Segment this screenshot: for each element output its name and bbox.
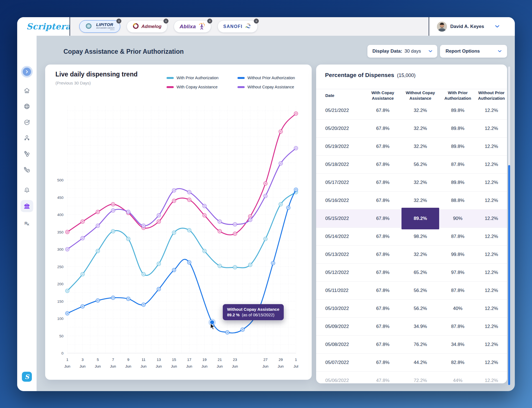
table-row[interactable]: 05/18/202267.8%56.2%87.8%12.2% bbox=[316, 156, 507, 174]
table-row[interactable]: 05/19/202267.8%32.2%89.8%12.2% bbox=[316, 138, 507, 156]
cell-value: 67.8% bbox=[365, 102, 401, 119]
expand-sidebar-button[interactable] bbox=[23, 68, 31, 76]
prescriptions-icon: R bbox=[23, 220, 30, 227]
cell-date: 05/21/2022 bbox=[316, 102, 365, 119]
cell-value: 47.8% bbox=[365, 372, 401, 383]
cell-date: 05/08/2022 bbox=[316, 336, 365, 353]
close-tab-icon[interactable]: × bbox=[116, 19, 121, 24]
table-row[interactable]: 05/21/202267.8%32.2%89.8%12.2% bbox=[316, 102, 507, 120]
cell-value: 12.2% bbox=[476, 300, 507, 317]
table-row[interactable]: 05/15/202267.8%89.2%90%12.2% bbox=[316, 210, 507, 228]
x-axis-tick: 11 bbox=[142, 358, 145, 362]
table-row[interactable]: 05/08/202267.8%76.2%34.8%12.2% bbox=[316, 336, 507, 354]
table-row[interactable]: 05/06/202247.8%72.2%44%12.2% bbox=[316, 372, 507, 383]
sidebar-item-prescriptions[interactable]: R bbox=[17, 217, 37, 229]
tab-brand: SANOFI bbox=[223, 24, 242, 29]
x-axis-tick: Jun bbox=[140, 364, 147, 368]
desktop-background: Scriptera LIPITORatorvastatin calciumtab… bbox=[0, 0, 532, 408]
cell-value: 67.8% bbox=[365, 228, 401, 245]
x-axis-tick: Jun bbox=[95, 364, 101, 368]
selected-cell[interactable]: 89.2% bbox=[401, 208, 439, 229]
cell-value: 40% bbox=[440, 300, 476, 317]
ablixa-logo-icon bbox=[198, 22, 205, 31]
table-row[interactable]: 05/14/202267.8%98.2%87.8%12.2% bbox=[316, 228, 507, 246]
cell-value: 32.2% bbox=[401, 174, 440, 191]
svg-text:R: R bbox=[24, 221, 27, 225]
table-row[interactable]: 05/12/202267.8%65.2%97.8%12.2% bbox=[316, 264, 507, 282]
world-icon bbox=[23, 103, 30, 110]
cell-value: 32.2% bbox=[401, 192, 440, 209]
sanofi-logo-icon bbox=[245, 22, 252, 31]
cell-value: 67.8% bbox=[365, 210, 401, 227]
cell-value: 12.2% bbox=[476, 282, 507, 299]
cell-value: 87.8% bbox=[440, 156, 476, 173]
sidebar-item-world[interactable] bbox=[17, 100, 37, 112]
cell-value: 32.2% bbox=[401, 246, 440, 263]
drug-tab-sanofi[interactable]: SANOFI× bbox=[218, 20, 258, 33]
cell-value: 67.8% bbox=[365, 354, 401, 371]
x-axis-tick: Jun bbox=[156, 364, 162, 368]
x-axis-tick: Jun bbox=[201, 364, 208, 368]
table-row[interactable]: 05/10/202267.8%56.2%40%12.2% bbox=[316, 300, 507, 318]
cell-value: 89.2% bbox=[401, 210, 440, 227]
table-row[interactable]: 05/13/202267.8%32.2%99.8%12.2% bbox=[316, 246, 507, 264]
app-window: Scriptera LIPITORatorvastatin calciumtab… bbox=[17, 17, 515, 391]
sidebar-item-expand[interactable] bbox=[17, 66, 37, 78]
report-options-dropdown[interactable]: Report Options bbox=[440, 45, 507, 58]
table-row[interactable]: 05/09/202267.8%34.9%87.8%12.2% bbox=[316, 318, 507, 336]
close-tab-icon[interactable]: × bbox=[254, 19, 259, 24]
chevron-down-icon bbox=[429, 50, 432, 52]
cell-date: 05/12/2022 bbox=[316, 264, 365, 281]
drug-tab-lipitor[interactable]: LIPITORatorvastatin calciumtablets× bbox=[79, 20, 120, 33]
cell-value: 67.8% bbox=[365, 318, 401, 335]
cell-date: 05/07/2022 bbox=[316, 354, 365, 371]
table-row[interactable]: 05/11/202267.8%56.2%87.8%12.2% bbox=[316, 282, 507, 300]
cell-date: 05/14/2022 bbox=[316, 228, 365, 245]
sidebar-divider bbox=[21, 211, 33, 211]
cell-date: 05/18/2022 bbox=[316, 156, 365, 173]
cell-value: 67.8% bbox=[365, 282, 401, 299]
table-row[interactable]: 05/20/202267.8%32.2%89.8%12.2% bbox=[316, 120, 507, 138]
cell-date: 05/06/2022 bbox=[316, 372, 365, 383]
table-body[interactable]: 05/21/202267.8%32.2%89.8%12.2%05/20/2022… bbox=[316, 102, 507, 383]
drug-tab-ablixa[interactable]: Ablixa× bbox=[174, 20, 211, 33]
lipitor-logo-icon bbox=[85, 23, 94, 30]
sidebar-item-refresh-24h[interactable]: 24h bbox=[17, 116, 37, 128]
table-scrollbar-thumb[interactable] bbox=[508, 165, 510, 385]
close-tab-icon[interactable]: × bbox=[207, 19, 212, 24]
cell-value: 12.2% bbox=[476, 228, 507, 245]
sidebar-item-alerts[interactable] bbox=[17, 184, 37, 196]
sidebar-item-medications[interactable] bbox=[17, 148, 37, 160]
user-menu[interactable]: David A. Keyes bbox=[429, 17, 515, 36]
sidebar-item-institutions[interactable] bbox=[17, 200, 37, 212]
y-axis-tick: 300 bbox=[57, 247, 63, 252]
x-axis-tick: Jun bbox=[110, 364, 116, 368]
top-bar: Scriptera LIPITORatorvastatin calciumtab… bbox=[17, 17, 515, 36]
table-row[interactable]: 05/07/202267.8%44.2%82.8%12.2% bbox=[316, 354, 507, 372]
sidebar-item-patients[interactable] bbox=[17, 132, 37, 144]
cell-value: 67.8% bbox=[365, 300, 401, 317]
close-tab-icon[interactable]: × bbox=[163, 19, 168, 24]
cell-value: 98.2% bbox=[401, 228, 440, 245]
cell-value: 67.8% bbox=[365, 336, 401, 353]
line-chart[interactable]: 0501001502002503003504004505001Jun3Jun5J… bbox=[45, 65, 312, 380]
sidebar-item-drug-block[interactable] bbox=[17, 163, 37, 176]
scriptera-logo: Scriptera bbox=[26, 22, 71, 31]
display-data-dropdown[interactable]: Display Data: 30 days bbox=[367, 45, 437, 58]
x-axis-tick: Jun bbox=[278, 364, 284, 368]
table-row[interactable]: 05/16/202267.8%32.2%88.8%12.2% bbox=[316, 192, 507, 210]
x-axis-tick: 13 bbox=[157, 358, 161, 362]
table-row[interactable]: 05/17/202267.8%32.2%89.8%12.2% bbox=[316, 174, 507, 192]
cell-value: 12.2% bbox=[476, 372, 507, 383]
x-axis-tick: Jun bbox=[64, 364, 70, 368]
x-axis-tick: Jun bbox=[80, 364, 86, 368]
x-axis-tick: 1 bbox=[66, 358, 68, 362]
display-data-label: Display Data: bbox=[372, 48, 402, 54]
chevron-down-icon[interactable] bbox=[495, 25, 499, 28]
drug-tab-admelog[interactable]: Admelog× bbox=[127, 20, 167, 33]
cell-value: 87.8% bbox=[440, 282, 476, 299]
sidebar-item-home[interactable] bbox=[17, 84, 37, 97]
x-axis-tick: 23 bbox=[233, 358, 237, 362]
mouse-cursor-icon bbox=[210, 324, 215, 331]
cell-value: 89.8% bbox=[440, 138, 476, 155]
